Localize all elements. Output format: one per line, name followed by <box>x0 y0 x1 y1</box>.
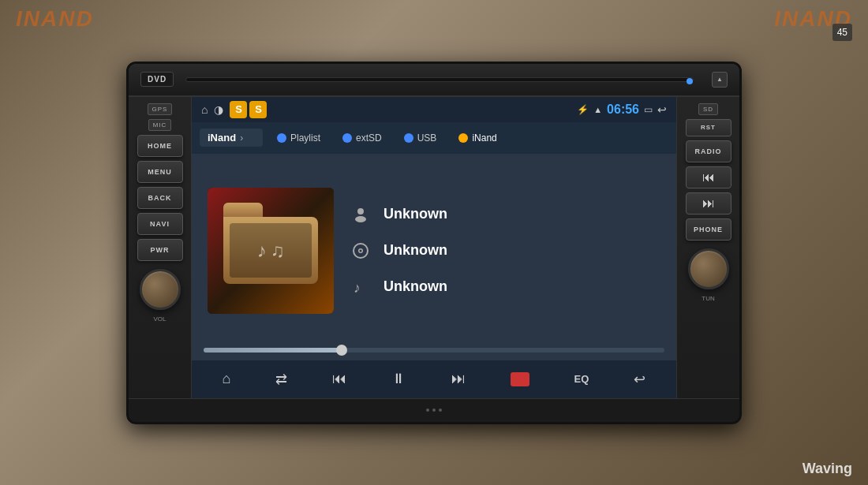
folder-tab <box>223 203 263 217</box>
home-ctrl-button[interactable]: ⌂ <box>216 367 238 390</box>
artist-value: Unknown <box>383 206 447 222</box>
watermark-area: iNand iNand <box>0 6 868 32</box>
screen-area: ⌂ ◑ S S ⚡ ▲ 06:56 ▭ ↩ <box>192 97 676 398</box>
artist-icon <box>350 203 372 226</box>
next-button[interactable]: ⏭ <box>445 367 472 390</box>
shuffle-button[interactable]: ⇄ <box>269 367 294 391</box>
navi-button[interactable]: NAVI <box>137 213 183 235</box>
pwr-button[interactable]: PWR <box>137 239 183 261</box>
gps-badge: GPS <box>148 103 173 115</box>
app-icon-2[interactable]: S <box>249 101 267 118</box>
source-tabs: iNand › Playlist extSD <box>192 122 676 154</box>
mic-badge: MIC <box>148 119 172 131</box>
tab-dot-extsd <box>342 133 352 143</box>
player-content: iNand › Playlist extSD <box>192 122 676 398</box>
stop-icon <box>511 372 529 386</box>
vol-label: VOL <box>153 315 166 323</box>
scroll-dot-2 <box>432 409 436 412</box>
scroll-dots <box>426 409 442 412</box>
tab-usb[interactable]: USB <box>396 129 445 147</box>
tab-label-extsd: extSD <box>356 132 382 144</box>
nav-back-icon[interactable]: ↩ <box>657 103 667 116</box>
title-icon: ♪ <box>350 276 372 298</box>
volume-knob[interactable] <box>140 269 181 310</box>
eject-button[interactable]: ▲ <box>712 72 728 88</box>
back-button[interactable]: BACK <box>137 187 183 209</box>
album-row: Unknown <box>350 240 660 262</box>
back-ctrl-button[interactable]: ↩ <box>627 367 652 391</box>
tab-dot-inand <box>458 133 468 143</box>
tuning-knob[interactable] <box>688 248 729 289</box>
stop-button[interactable] <box>504 369 536 390</box>
progress-section <box>192 348 676 360</box>
dvd-label: DVD <box>140 72 174 87</box>
tab-inand[interactable]: iNand <box>451 129 504 147</box>
wifi-icon: ▲ <box>593 105 602 114</box>
player-main: ♪ ♫ <box>192 154 676 348</box>
scroll-dot-1 <box>426 409 429 412</box>
main-body: GPS MIC HOME MENU BACK NAVI PWR VOL ⌂ ◑ … <box>129 97 739 398</box>
play-pause-button[interactable]: ⏸ <box>385 367 412 390</box>
app-icon-1[interactable]: S <box>230 101 247 118</box>
bottom-row <box>129 398 739 422</box>
tab-label-usb: USB <box>417 132 437 144</box>
phone-button[interactable]: PHONE <box>686 218 731 241</box>
brightness-icon[interactable]: ◑ <box>214 103 223 116</box>
folder-body: ♪ ♫ <box>223 217 318 284</box>
watermark-left: iNand <box>16 6 94 32</box>
android-home-icon[interactable]: ⌂ <box>201 103 208 116</box>
tab-dot-playlist <box>277 133 286 143</box>
inand-nav[interactable]: iNand › <box>200 129 263 147</box>
svg-point-1 <box>355 216 366 222</box>
dvd-slot <box>185 77 694 82</box>
dvd-strip: DVD ▲ <box>129 64 739 97</box>
right-panel: SD RST RADIO ⏮ ⏭ PHONE TUN <box>676 97 739 398</box>
tun-label: TUN <box>702 295 714 302</box>
artist-row: Unknown <box>350 203 660 226</box>
folder-icon: ♪ ♫ <box>223 217 318 284</box>
track-info: Unknown <box>350 203 660 298</box>
music-note-icon-2: ♫ <box>271 240 285 262</box>
eq-button[interactable]: EQ <box>568 370 596 388</box>
clock-display: 06:56 <box>607 103 639 117</box>
tab-playlist[interactable]: Playlist <box>269 129 328 147</box>
title-value: Unknown <box>383 278 447 295</box>
album-value: Unknown <box>383 242 447 259</box>
home-button[interactable]: HOME <box>137 135 183 157</box>
rst-button[interactable]: RST <box>686 119 731 136</box>
bluetooth-icon: ⚡ <box>577 104 589 115</box>
status-bar: ⌂ ◑ S S ⚡ ▲ 06:56 ▭ ↩ <box>192 97 676 122</box>
album-icon <box>350 240 372 262</box>
album-art: ♪ ♫ <box>208 188 334 314</box>
outer-background: iNand iNand 45 Waving DVD ▲ GPS MIC HOME… <box>0 0 868 485</box>
tab-dot-usb <box>404 133 413 143</box>
svg-point-4 <box>360 249 362 252</box>
progress-bar[interactable] <box>204 348 664 353</box>
folder-content: ♪ ♫ <box>230 223 312 278</box>
left-panel: GPS MIC HOME MENU BACK NAVI PWR VOL <box>129 97 192 398</box>
scroll-dot-3 <box>439 409 442 412</box>
progress-fill <box>204 348 342 353</box>
skip-next-button[interactable]: ⏭ <box>686 192 731 215</box>
progress-thumb[interactable] <box>336 345 347 356</box>
nav-arrow-icon: › <box>240 132 243 144</box>
app-shortcuts: S S <box>230 101 267 118</box>
screen-icon: ▭ <box>644 104 653 115</box>
svg-point-0 <box>357 208 364 215</box>
svg-text:♪: ♪ <box>354 280 361 296</box>
radio-button[interactable]: RADIO <box>686 140 731 162</box>
prev-button[interactable]: ⏮ <box>326 367 353 390</box>
price-tag: 45 <box>832 24 852 41</box>
dvd-indicator <box>687 78 693 84</box>
status-right: ⚡ ▲ 06:56 ▭ ↩ <box>577 103 667 117</box>
tab-extsd[interactable]: extSD <box>335 129 390 147</box>
menu-button[interactable]: MENU <box>137 161 183 183</box>
title-row: ♪ Unknown <box>350 276 660 298</box>
album-art-inner: ♪ ♫ <box>208 188 334 314</box>
tab-label-inand: iNand <box>472 132 496 144</box>
skip-prev-button[interactable]: ⏮ <box>686 166 731 188</box>
music-note-icon: ♪ <box>257 240 267 262</box>
sd-badge: SD <box>698 103 718 115</box>
bottom-controls: ⌂ ⇄ ⏮ ⏸ ⏭ EQ ↩ <box>192 360 676 398</box>
watermark-bottom: Waving <box>803 461 852 477</box>
